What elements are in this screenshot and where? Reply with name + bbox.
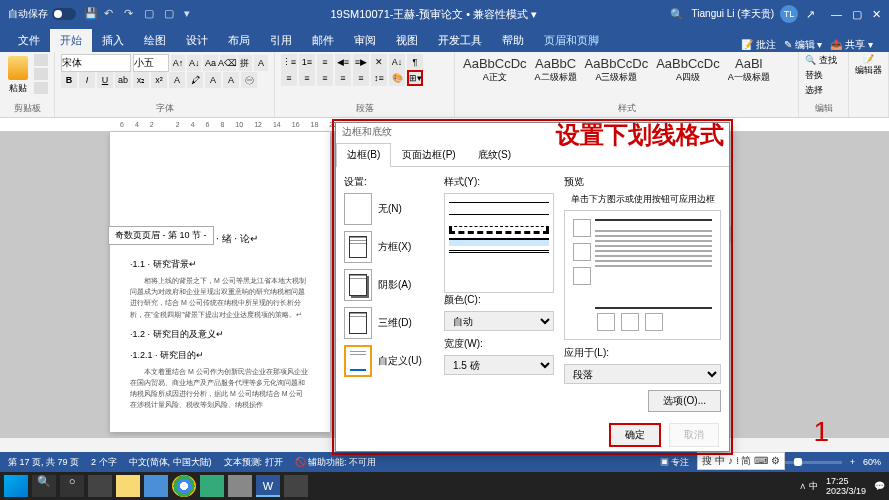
increase-indent-icon[interactable]: ≡▶ (353, 54, 369, 70)
width-combo[interactable]: 1.5 磅 (444, 355, 554, 375)
editor-button[interactable]: 📝编辑器 (855, 54, 882, 77)
page[interactable]: 第 1 章 · 绪 · 论↵ ·1.1 · 研究背景↵ 相将上线的背景之下，M … (110, 132, 330, 432)
style-item[interactable]: AaBbCcDcA正文 (463, 56, 527, 84)
maximize-icon[interactable]: ▢ (852, 8, 862, 21)
bold-icon[interactable]: B (61, 72, 77, 88)
minimize-icon[interactable]: — (831, 8, 842, 21)
ok-button[interactable]: 确定 (609, 423, 661, 447)
clear-format-icon[interactable]: A⌫ (220, 55, 236, 71)
italic-icon[interactable]: I (79, 72, 95, 88)
multilevel-icon[interactable]: ≡ (317, 54, 333, 70)
grow-font-icon[interactable]: A↑ (171, 55, 185, 71)
notification-icon[interactable]: 💬 (874, 481, 885, 491)
apply-combo[interactable]: 段落 (564, 364, 721, 384)
line-spacing-icon[interactable]: ↕≡ (371, 70, 387, 86)
cancel-button[interactable]: 取消 (669, 423, 719, 447)
tab-draw[interactable]: 绘图 (134, 29, 176, 52)
sort-icon[interactable]: A↓ (389, 54, 405, 70)
ime-toolbar[interactable]: 搜 中 ♪ ⁞ 简 ⌨ ⚙ (697, 452, 785, 470)
shading-icon[interactable]: 🎨 (389, 70, 405, 86)
zoom-in-icon[interactable]: + (850, 457, 855, 467)
word-count[interactable]: 2 个字 (91, 456, 117, 469)
superscript-icon[interactable]: x² (151, 72, 167, 88)
cortana-icon[interactable]: ○ (60, 475, 84, 497)
task-view-icon[interactable] (88, 475, 112, 497)
setting-none[interactable]: 无(N) (344, 193, 434, 225)
text-effects-icon[interactable]: A (169, 72, 185, 88)
decrease-indent-icon[interactable]: ◀≡ (335, 54, 351, 70)
strike-icon[interactable]: ab (115, 72, 131, 88)
focus-mode[interactable]: ▣ 专注 (660, 456, 690, 469)
redo-icon[interactable]: ↷ (124, 7, 138, 21)
select-button[interactable]: 选择 (805, 84, 842, 97)
style-item[interactable]: AaBlA一级标题 (728, 56, 770, 84)
autosave-toggle[interactable] (52, 8, 76, 20)
close-icon[interactable]: ✕ (872, 8, 881, 21)
search-icon[interactable]: 🔍 (670, 8, 684, 21)
search-icon[interactable]: 🔍 (32, 475, 56, 497)
border-hmid-icon[interactable] (573, 243, 591, 261)
align-right-icon[interactable]: ≡ (317, 70, 333, 86)
cut-icon[interactable] (34, 54, 48, 66)
tab-help[interactable]: 帮助 (492, 29, 534, 52)
start-button[interactable] (4, 475, 28, 497)
tray-expand-icon[interactable]: ∧ 中 (799, 480, 818, 493)
app-icon[interactable] (200, 475, 224, 497)
qat-icon-4[interactable]: ▢ (144, 7, 158, 21)
distribute-icon[interactable]: ≡ (353, 70, 369, 86)
app-icon-2[interactable] (284, 475, 308, 497)
tab-view[interactable]: 视图 (386, 29, 428, 52)
options-button[interactable]: 选项(O)... (648, 390, 721, 412)
style-item[interactable]: AaBbCcDcA三级标题 (585, 56, 649, 84)
tab-design[interactable]: 设计 (176, 29, 218, 52)
tab-home[interactable]: 开始 (50, 29, 92, 52)
border-top-icon[interactable] (573, 219, 591, 237)
asian-layout-icon[interactable]: ✕ (371, 54, 387, 70)
setting-3d[interactable]: 三维(D) (344, 307, 434, 339)
setting-custom[interactable]: 自定义(U) (344, 345, 434, 377)
undo-icon[interactable]: ↶ (104, 7, 118, 21)
editing-button[interactable]: ✎ 编辑 ▾ (784, 38, 823, 52)
justify-icon[interactable]: ≡ (335, 70, 351, 86)
qat-icon-5[interactable]: ▢ (164, 7, 178, 21)
style-item[interactable]: AaBbCcDcA四级 (656, 56, 720, 84)
show-marks-icon[interactable]: ¶ (407, 54, 423, 70)
comments-button[interactable]: 📝 批注 (741, 38, 776, 52)
border-vmid-icon[interactable] (621, 313, 639, 331)
format-painter-icon[interactable] (34, 82, 48, 94)
ribbon-display-icon[interactable]: ↗ (806, 8, 815, 21)
tab-references[interactable]: 引用 (260, 29, 302, 52)
language[interactable]: 中文(简体, 中国大陆) (129, 456, 212, 469)
color-combo[interactable]: 自动 (444, 311, 554, 331)
page-count[interactable]: 第 17 页, 共 79 页 (8, 456, 79, 469)
tab-insert[interactable]: 插入 (92, 29, 134, 52)
explorer-icon[interactable] (116, 475, 140, 497)
borders-button[interactable]: ⊞▾ (407, 70, 423, 86)
replace-button[interactable]: 替换 (805, 69, 842, 82)
border-left-icon[interactable] (597, 313, 615, 331)
dlg-tab-border[interactable]: 边框(B) (336, 143, 391, 167)
subscript-icon[interactable]: x₂ (133, 72, 149, 88)
setting-box[interactable]: 方框(X) (344, 231, 434, 263)
copy-icon[interactable] (34, 68, 48, 80)
clock[interactable]: 17:252023/3/19 (826, 476, 866, 496)
enclose-char-icon[interactable]: ㊀ (241, 72, 257, 88)
font-color-icon[interactable]: A (205, 72, 221, 88)
find-button[interactable]: 🔍 查找 (805, 54, 842, 67)
border-bottom-icon[interactable] (573, 267, 591, 285)
numbering-icon[interactable]: 1≡ (299, 54, 315, 70)
chrome-icon[interactable] (172, 475, 196, 497)
tab-developer[interactable]: 开发工具 (428, 29, 492, 52)
style-listbox[interactable] (444, 193, 554, 293)
align-left-icon[interactable]: ≡ (281, 70, 297, 86)
paste-button[interactable]: 粘贴 (6, 54, 30, 102)
char-shading-icon[interactable]: A (223, 72, 239, 88)
tab-file[interactable]: 文件 (8, 29, 50, 52)
char-border-icon[interactable]: A (254, 55, 268, 71)
dlg-tab-page-border[interactable]: 页面边框(P) (391, 143, 466, 166)
preview-document[interactable] (595, 219, 712, 309)
underline-icon[interactable]: U (97, 72, 113, 88)
qat-dropdown-icon[interactable]: ▾ (184, 7, 198, 21)
shrink-font-icon[interactable]: A↓ (187, 55, 201, 71)
change-case-icon[interactable]: Aa (203, 55, 217, 71)
